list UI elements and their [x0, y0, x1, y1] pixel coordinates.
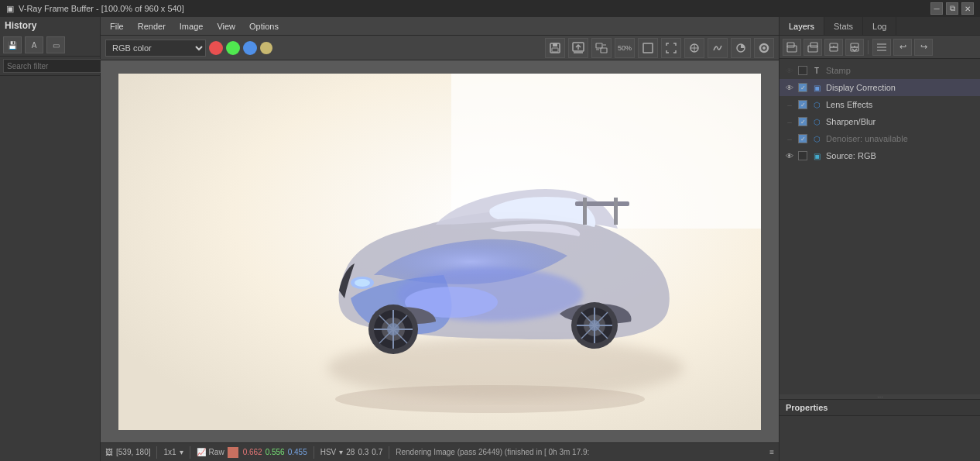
merge-up-button[interactable] — [824, 39, 843, 56]
red-channel-button[interactable] — [209, 41, 223, 55]
layer-name-source-rgb: Source: RGB — [826, 151, 876, 160]
svg-rect-46 — [808, 46, 817, 52]
menu-view[interactable]: View — [211, 18, 242, 35]
b-value: 0.455 — [288, 448, 307, 456]
tab-layers[interactable]: Layers — [780, 17, 824, 35]
svg-rect-44 — [787, 46, 797, 52]
separator-3 — [314, 446, 314, 459]
layer-icon-lens-effects: ⬡ — [810, 99, 823, 110]
search-bar: 🔍 ▾ — [0, 57, 100, 76]
tab-stats[interactable]: Stats — [824, 17, 863, 35]
layer-item-source-rgb[interactable]: 👁 ▣ Source: RGB — [780, 147, 980, 164]
blue-channel-button[interactable] — [243, 41, 257, 55]
sidebar-left: History 💾 A ▭ 🔍 ▾ — [0, 17, 101, 461]
pixel-size: 1x1 — [163, 448, 176, 456]
tab-log[interactable]: Log — [863, 17, 896, 35]
layer-item-lens-effects[interactable]: – ✓ ⬡ Lens Effects — [780, 96, 980, 113]
menu-image[interactable]: Image — [173, 18, 210, 35]
layer-item-sharpen-blur[interactable]: – ✓ ⬡ Sharpen/Blur — [780, 113, 980, 130]
text-history-button[interactable]: A — [25, 36, 43, 53]
layer-icon-sharpen-blur: ⬡ — [810, 116, 823, 127]
right-toolbar-sep — [868, 40, 869, 54]
render-canvas — [118, 74, 761, 430]
layer-visibility-source-rgb[interactable]: 👁 — [784, 150, 795, 161]
layer-name-sharpen-blur: Sharpen/Blur — [826, 117, 875, 126]
layers-list: 👁 T Stamp 👁 ✓ ▣ Display Correction – ✓ ⬡… — [780, 59, 980, 394]
layer-visibility-display-correction[interactable]: 👁 — [784, 82, 795, 93]
pixel-size-section: 1x1 ▾ — [163, 448, 183, 456]
remove-layer-button[interactable] — [804, 39, 822, 56]
layer-item-stamp[interactable]: 👁 T Stamp — [780, 62, 980, 79]
color-swatch — [228, 447, 238, 458]
status-message: Rendering Image (pass 26449) (finished i… — [396, 448, 763, 456]
properties-panel: Properties — [780, 399, 980, 461]
statusbar: 🖼 [539, 180] 1x1 ▾ 📈 Raw 0.662 0.556 0.4… — [101, 442, 779, 461]
color-mode-select[interactable]: RGB color — [105, 40, 206, 57]
svg-rect-7 — [601, 48, 607, 53]
layer-visibility-lens-effects[interactable]: – — [784, 99, 795, 110]
zoom-fit-button[interactable] — [661, 38, 681, 58]
layer-checkbox-denoiser[interactable]: ✓ — [798, 134, 807, 143]
close-button[interactable]: ✕ — [961, 2, 974, 15]
sidebar-icons: 💾 A ▭ — [0, 34, 100, 57]
minimize-button[interactable]: ─ — [930, 2, 943, 15]
pixel-size-dropdown[interactable]: ▾ — [180, 448, 183, 456]
pixel-icon: 🖼 — [105, 448, 113, 456]
titlebar-controls[interactable]: ─ ⧉ ✕ — [930, 2, 974, 15]
layer-item-denoiser[interactable]: – ✓ ⬡ Denoiser: unavailable — [780, 130, 980, 147]
svg-point-43 — [355, 279, 370, 287]
save-disk-button[interactable] — [545, 38, 565, 58]
sidebar-scroll — [0, 76, 100, 461]
lut-button[interactable] — [708, 38, 728, 58]
layer-checkbox-display-correction[interactable]: ✓ — [798, 83, 807, 92]
add-layer-button[interactable] — [783, 39, 801, 56]
layer-item-display-correction[interactable]: 👁 ✓ ▣ Display Correction — [780, 79, 980, 96]
h-value: 28 — [346, 448, 355, 456]
svg-point-16 — [762, 46, 766, 50]
g-value: 0.556 — [266, 448, 285, 456]
svg-rect-41 — [583, 198, 587, 225]
search-input[interactable] — [3, 59, 109, 73]
menu-render[interactable]: Render — [132, 18, 172, 35]
percent-button[interactable]: 50% — [615, 38, 635, 58]
hsv-section: HSV ▾ 28 0.3 0.7 — [320, 448, 383, 456]
svg-rect-10 — [643, 43, 653, 53]
layer-checkbox-sharpen-blur[interactable]: ✓ — [798, 117, 807, 126]
vignette-button[interactable] — [754, 38, 774, 58]
raw-label: Raw — [209, 448, 224, 456]
layer-icon-source-rgb: ▣ — [810, 150, 823, 161]
green-channel-button[interactable] — [226, 41, 240, 55]
save-history-button[interactable]: 💾 — [3, 36, 22, 53]
alpha-channel-button[interactable] — [260, 42, 272, 54]
redo-button[interactable]: ↪ — [914, 39, 933, 56]
svg-rect-6 — [596, 43, 602, 48]
menu-options[interactable]: Options — [243, 18, 285, 35]
layer-visibility-stamp[interactable]: 👁 — [784, 65, 795, 76]
pan-button[interactable] — [684, 38, 704, 58]
undo-button[interactable]: ↩ — [893, 39, 912, 56]
layer-visibility-sharpen-blur[interactable]: – — [784, 116, 795, 127]
layer-name-denoiser: Denoiser: unavailable — [826, 134, 908, 143]
r-value: 0.662 — [243, 448, 262, 456]
monitor-history-button[interactable]: ▭ — [46, 36, 65, 53]
color-mode-dropdown[interactable]: ▾ — [339, 448, 343, 456]
menu-section[interactable]: ≡ — [769, 448, 774, 456]
layer-checkbox-lens-effects[interactable]: ✓ — [798, 100, 807, 109]
layer-checkbox-source-rgb[interactable] — [798, 151, 807, 160]
status-menu-icon[interactable]: ≡ — [769, 448, 774, 456]
list-view-button[interactable] — [872, 39, 891, 56]
layer-checkbox-stamp[interactable] — [798, 66, 807, 75]
exposure-button[interactable] — [731, 38, 751, 58]
crop-button[interactable] — [638, 38, 658, 58]
svg-rect-40 — [614, 198, 618, 225]
restore-button[interactable]: ⧉ — [946, 2, 958, 15]
export-button[interactable] — [568, 38, 588, 58]
history-snap-button[interactable] — [591, 38, 612, 58]
layer-visibility-denoiser[interactable]: – — [784, 133, 795, 144]
menu-file[interactable]: File — [104, 18, 130, 35]
layer-icon-denoiser: ⬡ — [810, 133, 823, 144]
center-area: File Render Image View Options RGB color — [101, 17, 779, 461]
color-mode-label: HSV — [320, 448, 337, 456]
separator-1 — [156, 446, 157, 459]
merge-down-button[interactable] — [845, 39, 864, 56]
